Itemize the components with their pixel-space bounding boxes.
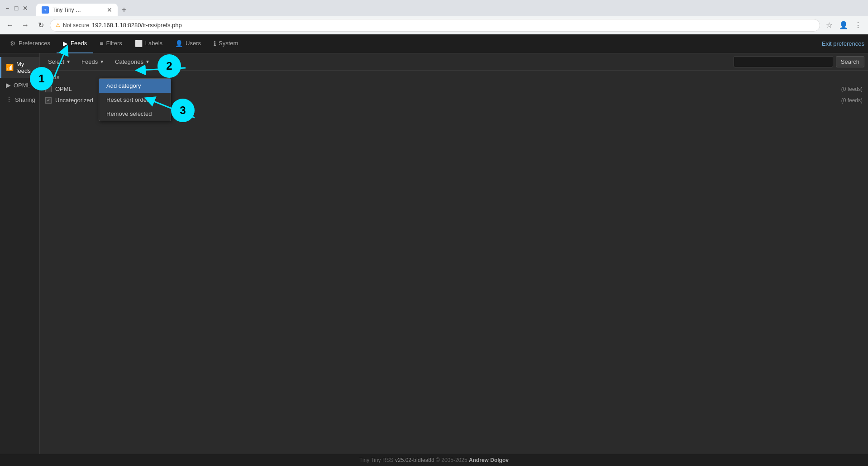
preferences-icon: ⚙: [10, 40, 16, 47]
tab-labels-label: Labels: [145, 40, 162, 47]
tab-filters[interactable]: ≡ Filters: [93, 34, 129, 53]
feed-name-opml: OPML: [55, 86, 841, 92]
feed-checkbox-uncategorized[interactable]: [45, 97, 52, 104]
sidebar-item-opml-label: OPML: [14, 82, 30, 89]
tab-users[interactable]: 👤 Users: [169, 34, 207, 53]
categories-label: Categories: [115, 58, 143, 65]
select-arrow-icon: ▼: [66, 59, 71, 64]
tab-title: Tiny Tiny …: [52, 7, 81, 13]
bookmark-button[interactable]: ☆: [823, 19, 835, 32]
tab-system-label: System: [219, 40, 238, 47]
select-label: Select: [48, 58, 64, 65]
security-label: Not secure: [63, 22, 89, 29]
feed-checkbox-opml[interactable]: [45, 86, 52, 92]
feed-name-uncategorized: Uncategorized: [55, 97, 841, 104]
top-nav: ⚙ Preferences ▶ Feeds ≡ Filters ⬜ Labels…: [0, 34, 868, 53]
search-input[interactable]: [734, 56, 833, 67]
close-button[interactable]: ✕: [22, 5, 29, 12]
address-text: 192.168.1.18:8280/tt-rss/prefs.php: [92, 22, 182, 29]
sub-toolbar: Select ▼ Feeds ▼ Categories ▼ Search: [40, 53, 868, 71]
restore-button[interactable]: □: [13, 5, 20, 12]
browser-window-controls: − □ ✕: [4, 5, 29, 12]
add-category-item[interactable]: Add category: [99, 79, 171, 93]
sidebar-item-sharing[interactable]: ⋮ Sharing: [0, 92, 39, 107]
tab-preferences[interactable]: ⚙ Preferences: [4, 34, 57, 53]
tab-users-label: Users: [186, 40, 201, 47]
system-icon: ℹ: [214, 40, 216, 47]
footer-text: Tiny Tiny RSS: [359, 457, 395, 463]
tab-feeds[interactable]: ▶ Feeds: [57, 34, 93, 53]
browser-tabs: T Tiny Tiny … ✕ +: [33, 0, 864, 16]
feed-count-uncategorized: (0 feeds): [841, 97, 863, 104]
categories-dropdown-menu: Add category Reset sort order Remove sel…: [99, 78, 171, 121]
tab-favicon: T: [42, 6, 49, 14]
profile-button[interactable]: 👤: [837, 19, 850, 32]
menu-button[interactable]: ⋮: [852, 19, 864, 32]
page-wrapper: − □ ✕ T Tiny Tiny … ✕ + ← → ↻ ⚠ Not secu…: [0, 0, 868, 466]
sidebar-item-opml[interactable]: ▶ OPML: [0, 78, 39, 92]
security-icon: ⚠: [56, 22, 60, 28]
feeds-icon: ▶: [63, 40, 68, 47]
reset-sort-order-item[interactable]: Reset sort order: [99, 93, 171, 107]
my-feeds-icon: 📶: [6, 64, 14, 71]
feeds-button[interactable]: Feeds ▼: [77, 57, 109, 67]
sidebar-item-sharing-label: Sharing: [15, 96, 35, 103]
nav-extras: ☆ 👤 ⋮: [823, 19, 864, 32]
reload-button[interactable]: ↻: [34, 19, 47, 32]
forward-button[interactable]: →: [19, 19, 32, 32]
app: ⚙ Preferences ▶ Feeds ≡ Filters ⬜ Labels…: [0, 34, 868, 466]
tab-preferences-label: Preferences: [19, 40, 50, 47]
sidebar-item-my-feeds-label: My feeds: [16, 61, 35, 74]
select-button[interactable]: Select ▼: [43, 57, 75, 67]
minimize-button[interactable]: −: [4, 5, 11, 12]
labels-icon: ⬜: [135, 40, 143, 47]
footer: Tiny Tiny RSS v25.02-bfdfea88 © 2005-202…: [0, 454, 868, 466]
tab-feeds-label: Feeds: [71, 40, 87, 47]
categories-arrow-icon: ▼: [145, 59, 150, 64]
sharing-icon: ⋮: [6, 96, 12, 103]
tab-filters-label: Filters: [106, 40, 122, 47]
users-icon: 👤: [175, 40, 183, 47]
close-tab-icon[interactable]: ✕: [107, 6, 112, 14]
content-area: Select ▼ Feeds ▼ Categories ▼ Search: [40, 53, 868, 454]
sidebar-item-my-feeds[interactable]: 📶 My feeds: [0, 57, 39, 78]
opml-icon: ▶: [6, 81, 11, 89]
filters-icon: ≡: [100, 40, 103, 47]
address-bar[interactable]: ⚠ Not secure 192.168.1.18:8280/tt-rss/pr…: [50, 19, 820, 32]
tab-system[interactable]: ℹ System: [207, 34, 244, 53]
feeds-arrow-icon: ▼: [100, 59, 104, 64]
browser-navbar: ← → ↻ ⚠ Not secure 192.168.1.18:8280/tt-…: [0, 16, 868, 34]
footer-author: Andrew Dolgov: [469, 457, 509, 463]
browser-titlebar: − □ ✕ T Tiny Tiny … ✕ +: [0, 0, 868, 16]
active-tab[interactable]: T Tiny Tiny … ✕: [36, 4, 118, 16]
tab-labels[interactable]: ⬜ Labels: [129, 34, 169, 53]
feed-count-opml: (0 feeds): [841, 86, 863, 92]
exit-preferences-link[interactable]: Exit preferences: [822, 40, 864, 47]
sidebar: 📶 My feeds ▶ OPML ⋮ Sharing: [0, 53, 40, 454]
back-button[interactable]: ←: [4, 19, 16, 32]
search-button[interactable]: Search: [836, 56, 864, 67]
footer-copyright: © 2005-2025: [434, 457, 469, 463]
new-tab-button[interactable]: +: [118, 4, 130, 16]
footer-version: v25.02-bfdfea88: [395, 457, 434, 463]
feeds-button-label: Feeds: [81, 58, 98, 65]
search-area: Search: [734, 56, 864, 67]
remove-selected-item[interactable]: Remove selected: [99, 107, 171, 121]
categories-button[interactable]: Categories ▼: [110, 57, 154, 67]
browser-chrome: − □ ✕ T Tiny Tiny … ✕ + ← → ↻ ⚠ Not secu…: [0, 0, 868, 34]
main-area: 📶 My feeds ▶ OPML ⋮ Sharing Select: [0, 53, 868, 454]
